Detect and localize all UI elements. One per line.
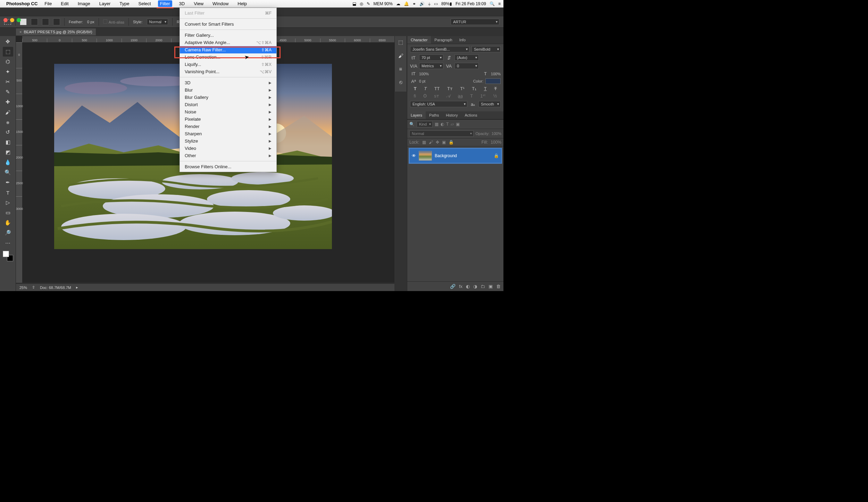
new-layer-icon[interactable]: ▣	[489, 284, 493, 289]
menu-image[interactable]: Image	[76, 0, 92, 7]
lock-all-icon[interactable]: 🔒	[449, 140, 454, 145]
blend-mode-dropdown[interactable]: Normal	[409, 130, 474, 137]
menu-noise-sub[interactable]: Noise	[180, 108, 276, 116]
filter-type-icon[interactable]: T	[446, 122, 449, 127]
zoom-button[interactable]	[17, 18, 21, 22]
ornaments-button[interactable]: ½	[493, 93, 497, 99]
menu-layer[interactable]: Layer	[97, 0, 113, 7]
vertical-ruler[interactable]: 050010001500200025003000	[16, 42, 22, 283]
tab-layers[interactable]: Layers	[407, 111, 426, 119]
layer-lock-icon[interactable]: 🔒	[494, 153, 499, 158]
opacity-value[interactable]: 100%	[492, 131, 501, 136]
cc-icon[interactable]: ◎	[360, 1, 363, 6]
fill-value[interactable]: 100%	[491, 140, 501, 145]
notification-icon[interactable]: 🔔	[404, 1, 409, 6]
layer-fx-icon[interactable]: fx	[459, 284, 462, 289]
healing-tool-icon[interactable]: ✚	[3, 97, 13, 107]
document-tab[interactable]: × BEART PRESETS.jpg @ 25% (RGB/8#)	[16, 28, 96, 35]
antialias-dropdown[interactable]: Smooth	[478, 101, 501, 107]
doc-size[interactable]: Doc: 68.7M/68.7M	[40, 286, 71, 290]
leading-field[interactable]: (Auto)	[454, 54, 479, 61]
menu-blur-gallery-sub[interactable]: Blur Gallery	[180, 94, 276, 101]
lock-transparency-icon[interactable]: ▦	[422, 140, 426, 145]
vscale-value[interactable]: 100%	[419, 72, 429, 76]
adjustment-layer-icon[interactable]: ◑	[473, 284, 477, 289]
hand-tool-icon[interactable]: ✋	[3, 218, 13, 228]
filter-shape-icon[interactable]: ▱	[451, 122, 454, 127]
tab-paragraph[interactable]: Paragraph	[431, 36, 456, 44]
brush-tool-icon[interactable]: 🖌	[3, 107, 13, 117]
tab-history[interactable]: History	[442, 111, 461, 119]
layer-thumbnail[interactable]	[419, 151, 432, 161]
lasso-tool-icon[interactable]: ⌬	[3, 57, 13, 67]
glyphs-panel-icon[interactable]: ⎋	[397, 78, 405, 86]
workspace-dropdown[interactable]: ARTUR	[451, 19, 499, 25]
menu-window[interactable]: Window	[210, 0, 231, 7]
filter-pixel-icon[interactable]: ▦	[435, 122, 439, 127]
selection-intersect-icon[interactable]	[53, 18, 60, 25]
menu-lens-correction[interactable]: Lens Correction... ⇧⌘R	[180, 53, 276, 61]
shape-tool-icon[interactable]: ▭	[3, 208, 13, 218]
eraser-tool-icon[interactable]: ◧	[3, 137, 13, 147]
menu-convert-smart[interactable]: Convert for Smart Filters	[180, 20, 276, 28]
wifi-icon[interactable]: ⏚	[428, 1, 431, 6]
feather-value[interactable]: 0 px	[87, 20, 94, 24]
evernote-icon[interactable]: ✎	[367, 1, 370, 6]
swash-button[interactable]: sᴛ	[434, 93, 439, 99]
layer-mask-icon[interactable]: ◐	[466, 284, 470, 289]
menu-3d-sub[interactable]: 3D	[180, 79, 276, 86]
delete-layer-icon[interactable]: 🗑	[496, 284, 501, 289]
menu-filter-gallery[interactable]: Filter Gallery...	[180, 32, 276, 39]
menu-extras-icon[interactable]: ≡	[498, 1, 501, 6]
3d-panel-icon[interactable]: ⬚	[397, 38, 405, 46]
menu-video-sub[interactable]: Video	[180, 145, 276, 152]
fractions-button[interactable]: 1ˢᵗ	[480, 93, 486, 99]
font-family-dropdown[interactable]: Josefin Sans SemiB...	[410, 46, 469, 52]
status-disclosure-icon[interactable]: ▸	[76, 285, 78, 290]
selection-new-icon[interactable]	[20, 18, 27, 25]
volume-icon[interactable]: 🔊	[419, 1, 425, 6]
filter-smart-icon[interactable]: ▣	[456, 122, 460, 127]
path-select-tool-icon[interactable]: ▷	[3, 198, 13, 207]
blur-tool-icon[interactable]: 💧	[3, 158, 13, 167]
ligatures-button[interactable]: fi	[414, 93, 416, 99]
lock-pixels-icon[interactable]: 🖌	[429, 140, 433, 145]
font-size-field[interactable]: 70 pt	[419, 54, 443, 61]
superscript-button[interactable]: T¹	[460, 86, 465, 91]
menu-blur-sub[interactable]: Blur	[180, 86, 276, 94]
mem-indicator[interactable]: MEM 90%	[374, 1, 393, 6]
menu-distort-sub[interactable]: Distort	[180, 101, 276, 108]
share-icon[interactable]: ⇧	[32, 285, 35, 290]
menu-sharpen-sub[interactable]: Sharpen	[180, 130, 276, 137]
minimize-button[interactable]	[10, 18, 14, 22]
menu-pixelate-sub[interactable]: Pixelate	[180, 116, 276, 123]
style-dropdown[interactable]: Normal	[147, 19, 168, 25]
close-button[interactable]	[3, 18, 8, 22]
dropbox-icon[interactable]: ⬓	[352, 1, 356, 6]
type-tool-icon[interactable]: T	[3, 188, 13, 197]
menu-type[interactable]: Type	[117, 0, 131, 7]
marquee-tool-icon[interactable]: ⬚	[3, 47, 13, 57]
stylistic-button[interactable]: 𝒜	[446, 93, 450, 99]
menu-other-sub[interactable]: Other	[180, 152, 276, 159]
allcaps-button[interactable]: TT	[434, 86, 440, 91]
bold-button[interactable]: T	[414, 86, 417, 91]
display-icon[interactable]: ▭	[434, 1, 438, 6]
lock-artboard-icon[interactable]: ▣	[442, 140, 446, 145]
hscale-value[interactable]: 100%	[491, 72, 501, 76]
stamp-tool-icon[interactable]: ⎈	[3, 117, 13, 127]
edit-toolbar-icon[interactable]: ⋯	[3, 238, 13, 248]
tracking-field[interactable]: 0	[454, 63, 479, 69]
text-color-swatch[interactable]	[485, 78, 501, 84]
bluetooth-icon[interactable]: ⚭	[412, 1, 416, 6]
selection-subtract-icon[interactable]	[42, 18, 49, 25]
underline-button[interactable]: T	[484, 86, 487, 91]
titling-button[interactable]: a͟a	[458, 93, 463, 99]
menu-3d[interactable]: 3D	[177, 0, 187, 7]
battery-icon[interactable]: 89% ▮	[441, 1, 452, 6]
font-weight-dropdown[interactable]: SemiBold	[471, 46, 501, 52]
menu-render-sub[interactable]: Render	[180, 123, 276, 130]
menu-adaptive-wide-angle[interactable]: Adaptive Wide Angle... ⌥⇧⌘A	[180, 39, 276, 46]
smallcaps-button[interactable]: Tᴛ	[447, 86, 453, 91]
tab-close-icon[interactable]: ×	[19, 30, 22, 34]
